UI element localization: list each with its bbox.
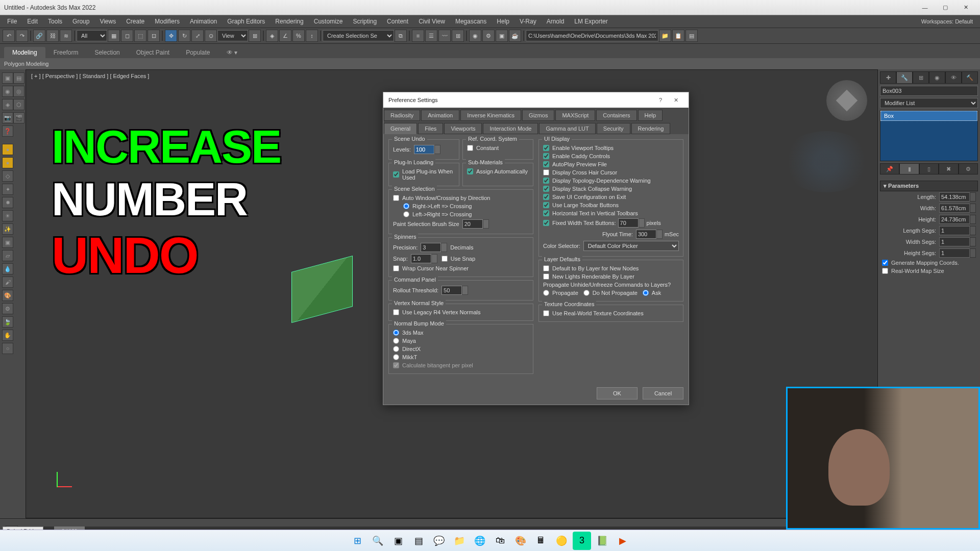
droplet-icon[interactable]: 💧 (2, 263, 13, 274)
utilities-tab[interactable]: 🔨 (962, 71, 978, 84)
param-check[interactable] (882, 260, 888, 266)
motion-tab[interactable]: ◉ (929, 71, 945, 84)
param-spinner[interactable] (970, 248, 976, 258)
curve-editor-button[interactable]: 〰 (438, 30, 451, 42)
param-input[interactable] (939, 237, 970, 246)
ribbon-tab-objectpaint[interactable]: Object Paint (128, 47, 178, 58)
tab-containers[interactable]: Containers (596, 110, 636, 121)
scene-explorer-button[interactable]: 📁 (659, 30, 671, 42)
spinner-snap-button[interactable]: ↕ (306, 30, 318, 42)
tab-interaction[interactable]: Interaction Mode (483, 123, 538, 134)
sphere2-icon[interactable]: ● (2, 157, 13, 168)
camtasia-icon[interactable]: ▶ (614, 532, 632, 550)
box-icon[interactable]: ▣ (2, 237, 13, 248)
mirror-button[interactable]: ⧉ (395, 30, 407, 42)
stack-btn-3[interactable]: ▯ (919, 163, 939, 174)
menu-file[interactable]: File (2, 16, 22, 27)
app1-icon[interactable]: 🎨 (511, 532, 530, 550)
left-tool-4[interactable]: 📷 (2, 112, 13, 123)
rollout-spinner[interactable] (462, 286, 468, 295)
autowindow-check[interactable] (393, 195, 399, 201)
taskview-icon[interactable]: ▣ (389, 532, 407, 550)
dialog-close-button[interactable]: ✕ (668, 95, 683, 105)
tab-animation[interactable]: Animation (421, 110, 459, 121)
sphere-icon[interactable]: ● (2, 144, 13, 155)
calc-icon[interactable]: 🖩 (532, 532, 550, 550)
modifier-list-dropdown[interactable]: Modifier List (880, 98, 978, 108)
wrap-cursor-check[interactable] (393, 265, 399, 271)
propagate-r3[interactable] (643, 290, 649, 296)
select-window-button[interactable]: ⬚ (134, 30, 146, 42)
layer-explorer-button[interactable]: 📋 (672, 30, 684, 42)
menu-lmexporter[interactable]: LM Exporter (569, 16, 612, 27)
undo-levels-input[interactable] (414, 145, 434, 154)
select-button[interactable]: ▦ (108, 30, 120, 42)
ribbon-tab-options[interactable]: 👁 ▾ (218, 47, 246, 58)
hierarchy-tab[interactable]: ⊞ (913, 71, 929, 84)
sparkle-icon[interactable]: ✨ (2, 223, 13, 235)
angle-snap-button[interactable]: ∠ (279, 30, 291, 42)
param-input[interactable] (939, 215, 970, 224)
menu-create[interactable]: Create (121, 16, 150, 27)
parameters-header[interactable]: ▾ Parameters (880, 181, 978, 191)
param-spinner[interactable] (970, 215, 976, 224)
ribbon-tab-selection[interactable]: Selection (86, 47, 128, 58)
modifier-item[interactable]: Box (880, 111, 977, 121)
colorsel-dropdown[interactable]: Default Color Picker (583, 241, 679, 251)
left-tool-8[interactable]: ⬡ (13, 99, 24, 110)
menu-civilview[interactable]: Civil View (413, 16, 450, 27)
shape-icon[interactable]: ◇ (2, 170, 13, 182)
color-icon[interactable]: 🎨 (2, 290, 13, 301)
menu-animation[interactable]: Animation (185, 16, 222, 27)
fixedwidth-check[interactable] (543, 220, 549, 226)
viewport-label[interactable]: [ + ] [ Perspective ] [ Standard ] [ Edg… (31, 73, 149, 79)
redo-button[interactable]: ↷ (16, 30, 28, 42)
left-tool-6[interactable]: ▤ (13, 72, 24, 84)
ui-check[interactable] (543, 194, 549, 200)
object-name-input[interactable] (880, 86, 978, 96)
crossing-r1[interactable] (403, 203, 409, 209)
layer-button[interactable]: ☰ (425, 30, 437, 42)
sun-icon[interactable]: ☀ (2, 210, 13, 221)
undo-levels-spinner[interactable] (434, 145, 440, 154)
snap-spinner[interactable] (431, 254, 437, 263)
left-tool-3[interactable]: ◈ (2, 99, 13, 110)
stack-btn-5[interactable]: ⚙ (959, 163, 978, 174)
select-rect-button[interactable]: ◻ (121, 30, 133, 42)
toggle-button[interactable]: ▤ (685, 30, 698, 42)
menu-tools[interactable]: Tools (43, 16, 67, 27)
brush-icon[interactable]: 🖌 (2, 277, 13, 288)
3dsmax-icon[interactable]: 3 (573, 532, 591, 550)
ribbon-tab-freeform[interactable]: Freeform (45, 47, 87, 58)
undo-button[interactable]: ↶ (3, 30, 15, 42)
left-tool-5[interactable]: ❓ (2, 126, 13, 137)
rollout-input[interactable] (442, 286, 462, 295)
ribbon-tab-modeling[interactable]: Modeling (4, 47, 45, 58)
ribbon-tab-populate[interactable]: Populate (178, 47, 218, 58)
viewcube[interactable] (826, 80, 867, 121)
create-tab[interactable]: ✚ (880, 71, 896, 84)
snap-input[interactable] (411, 254, 431, 263)
fixedwidth-spinner[interactable] (639, 218, 645, 228)
percent-snap-button[interactable]: % (292, 30, 305, 42)
edge-icon[interactable]: 🌐 (471, 532, 489, 550)
render-button[interactable]: ☕ (509, 30, 521, 42)
load-plugins-check[interactable] (393, 171, 399, 178)
bind-button[interactable]: ≋ (60, 30, 72, 42)
render-frame-button[interactable]: ▣ (496, 30, 508, 42)
menu-group[interactable]: Group (67, 16, 94, 27)
leaf-icon[interactable]: 🍃 (2, 316, 13, 328)
start-button[interactable]: ⊞ (348, 532, 366, 550)
settings-icon[interactable]: ⚙ (2, 303, 13, 314)
tab-help[interactable]: Help (638, 110, 663, 121)
tab-gamma[interactable]: Gamma and LUT (539, 123, 595, 134)
render-setup-button[interactable]: ⚙ (482, 30, 495, 42)
plane-icon[interactable]: ▱ (2, 250, 13, 261)
rotate-button[interactable]: ↻ (178, 30, 190, 42)
cancel-button[interactable]: Cancel (643, 387, 683, 399)
store-icon[interactable]: 🛍 (491, 532, 509, 550)
param-spinner[interactable] (970, 192, 976, 202)
propagate-r2[interactable] (583, 290, 590, 296)
close-button[interactable]: ✕ (955, 2, 976, 14)
fixedwidth-input[interactable] (618, 218, 639, 228)
